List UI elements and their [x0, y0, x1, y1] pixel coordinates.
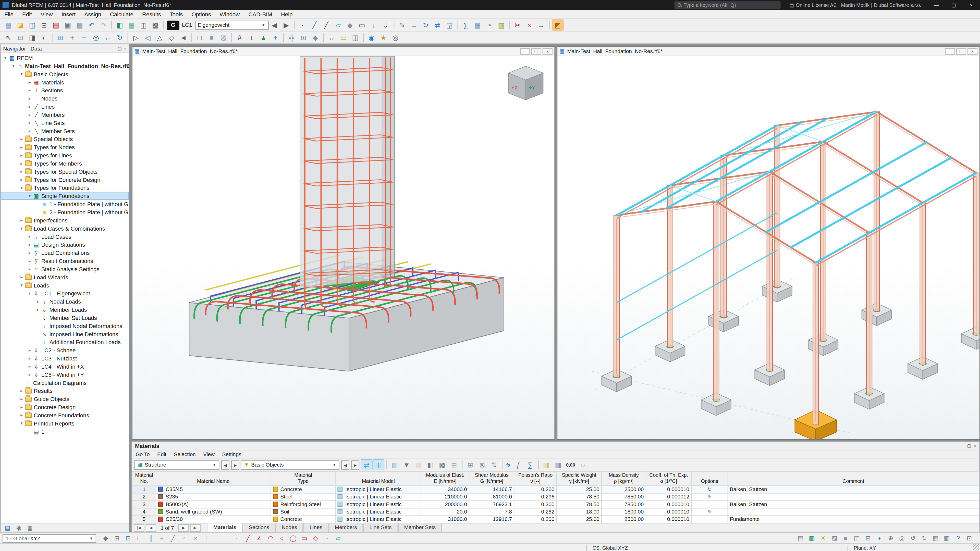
poisson-ratio-cell[interactable]: 0.300	[514, 501, 557, 508]
mirror-icon[interactable]: ⇄	[431, 19, 444, 30]
tree-item-types-for-concrete-design[interactable]: ▸Types for Concrete Design	[0, 176, 129, 184]
tree-item-lc1-eigengewicht[interactable]: ▾⇓LC1 - Eigengewicht	[0, 289, 129, 297]
new-member-load-icon[interactable]: ⇓	[380, 19, 392, 30]
modulus-cell[interactable]: 210000.0	[421, 493, 469, 500]
collapse-arrow-icon[interactable]: ▾	[11, 64, 16, 68]
tree-item-results[interactable]: ▸Results	[0, 387, 129, 395]
column-header-[interactable]: Poisson's Ratioν [--]	[514, 472, 557, 486]
collapse-arrow-icon[interactable]: ▾	[19, 185, 24, 190]
expand-arrow-icon[interactable]: ▸	[27, 104, 32, 109]
edit-object-icon[interactable]: ✎	[396, 19, 408, 30]
transparent-display-icon[interactable]: ▨	[218, 32, 229, 43]
collapse-arrow-icon[interactable]: ▾	[19, 421, 24, 426]
column-header-type[interactable]: MaterialType	[271, 472, 336, 486]
tree-item-imposed-line-deformations[interactable]: ↘Imposed Line Deformations	[0, 330, 129, 338]
tree-item-concrete-foundations[interactable]: ▸Concrete Foundations	[0, 411, 129, 419]
zoom-window-icon[interactable]: ⊞	[54, 32, 66, 43]
load-case-combo[interactable]: Eigengewicht▼	[195, 21, 269, 30]
expand-arrow-icon[interactable]: ▸	[19, 137, 24, 141]
menu-view[interactable]: View	[200, 451, 218, 457]
material-type-cell[interactable]: Concrete	[271, 486, 336, 493]
grid-icon[interactable]: ⊞	[298, 32, 310, 43]
expand-arrow-icon[interactable]: ▸	[19, 396, 24, 402]
poisson-ratio-cell[interactable]: 0.282	[514, 508, 557, 516]
expand-arrow-icon[interactable]: ▸	[19, 161, 24, 166]
table-settings-icon[interactable]: ▦	[389, 459, 401, 470]
tree-item-sections[interactable]: ▸ISections	[0, 86, 129, 94]
tree-item-line-sets[interactable]: ▸╲Line Sets	[0, 119, 129, 127]
table-tab-nodes[interactable]: Nodes	[275, 523, 303, 532]
decimal-places-icon[interactable]: 0,00	[564, 459, 577, 470]
calculation-settings-icon[interactable]: ▦	[472, 19, 484, 30]
full-screen-icon[interactable]: ⊡	[964, 533, 975, 543]
lighting-icon[interactable]: ☀	[818, 533, 829, 543]
specific-weight-cell[interactable]: 25.00	[557, 486, 601, 493]
shear-modulus-cell[interactable]: 7.8	[469, 508, 514, 516]
edit-comment-icon[interactable]: ✎	[708, 508, 712, 514]
expand-arrow-icon[interactable]: ▸	[19, 153, 24, 158]
guidelines-icon[interactable]: ╬	[286, 32, 298, 43]
row-number-cell[interactable]: 4	[132, 508, 156, 516]
show-axes-icon[interactable]: +	[874, 533, 885, 543]
print-graphic-icon[interactable]: ⊟	[862, 533, 874, 543]
modulus-cell[interactable]: 31000.0	[421, 516, 469, 523]
collapse-arrow-icon[interactable]: ▾	[27, 291, 32, 296]
draw-ellipse-icon[interactable]: ◯	[288, 533, 299, 543]
material-type-cell[interactable]: Concrete	[271, 516, 336, 523]
menu-go-to[interactable]: Go To	[132, 451, 154, 457]
tree-item-types-for-nodes[interactable]: ▸Types for Nodes	[0, 143, 129, 151]
clipping-planes-icon[interactable]: ◫	[851, 533, 862, 543]
specific-weight-cell[interactable]: 25.00	[557, 516, 601, 523]
previous-table-button[interactable]: ◀	[221, 460, 229, 470]
excel-export-icon[interactable]: ▦	[541, 459, 552, 470]
update-material-icon[interactable]: ↻	[708, 486, 712, 492]
select-special-icon[interactable]: ◨	[26, 32, 38, 43]
hall-3d-view[interactable]	[557, 56, 979, 439]
user-defined-view-icon[interactable]: ★	[377, 32, 390, 43]
material-row-2[interactable]: 2S235SteelIsotropic | Linear Elastic2100…	[132, 493, 979, 500]
tree-item-nodal-loads[interactable]: ▸↓Nodal Loads	[0, 297, 129, 306]
display-properties-icon[interactable]: ▤	[795, 533, 806, 543]
viewport2-minimize-button[interactable]: —	[945, 48, 955, 55]
dimensions-icon[interactable]: ↔	[326, 32, 338, 43]
tree-item-design-situations[interactable]: ▸▤Design Situations	[0, 241, 129, 249]
menu-insert[interactable]: Insert	[57, 11, 80, 17]
measure-icon[interactable]: ↔	[535, 19, 547, 30]
resize-grip[interactable]	[973, 544, 979, 550]
undo-view-icon[interactable]: ↺	[907, 533, 919, 543]
menu-edit[interactable]: Edit	[18, 11, 36, 17]
expand-arrow-icon[interactable]: ▸	[27, 79, 32, 85]
comment-cell[interactable]	[728, 508, 979, 516]
tree-item-types-for-lines[interactable]: ▸Types for Lines	[0, 151, 129, 159]
tree-item-load-cases-combinations[interactable]: ▾Load Cases & Combinations	[0, 224, 129, 232]
draw-line-icon[interactable]: ╱	[242, 533, 254, 543]
expand-arrow-icon[interactable]: ▸	[27, 266, 32, 272]
table-tab-sections[interactable]: Sections	[243, 523, 275, 532]
tree-item-lc3-nutzlast[interactable]: ▸⇓LC3 - Nutzlast	[0, 354, 129, 362]
rotate-view-icon[interactable]: ↻	[114, 32, 126, 43]
show-in-graphic-icon[interactable]: ◫	[372, 459, 385, 470]
expand-arrow-icon[interactable]: ▸	[27, 234, 32, 239]
draw-circle-icon[interactable]: ○	[276, 533, 287, 543]
guideline-snap-icon[interactable]: ║	[145, 533, 156, 543]
printout-report-icon[interactable]: ▤	[50, 19, 62, 30]
calculate-all-icon[interactable]: ∑	[460, 19, 472, 30]
expand-arrow-icon[interactable]: ▸	[27, 364, 32, 369]
menu-edit[interactable]: Edit	[153, 451, 170, 457]
settings-icon[interactable]: ◎	[896, 533, 907, 543]
collapse-arrow-icon[interactable]: ▾	[3, 56, 8, 60]
collapse-arrow-icon[interactable]: ▾	[27, 193, 32, 198]
row-number-cell[interactable]: 5	[132, 516, 156, 523]
comment-cell[interactable]	[728, 493, 979, 500]
column-header-no[interactable]: MaterialNo.	[132, 472, 156, 486]
intersection-snap-icon[interactable]: ×	[190, 533, 201, 543]
material-model-cell[interactable]: Isotropic | Linear Elastic	[336, 508, 421, 516]
viewport1-close-button[interactable]: ×	[542, 48, 552, 55]
next-load-case-icon[interactable]: ▶	[280, 19, 292, 30]
options-cell[interactable]	[691, 501, 728, 508]
specific-weight-cell[interactable]: 78.50	[557, 493, 601, 500]
new-member-icon[interactable]: ╱	[320, 19, 332, 30]
tree-item-lines[interactable]: ▸╱Lines	[0, 103, 129, 111]
row-number-cell[interactable]: 1	[132, 486, 156, 493]
redo-view-icon[interactable]: ↻	[919, 533, 930, 543]
